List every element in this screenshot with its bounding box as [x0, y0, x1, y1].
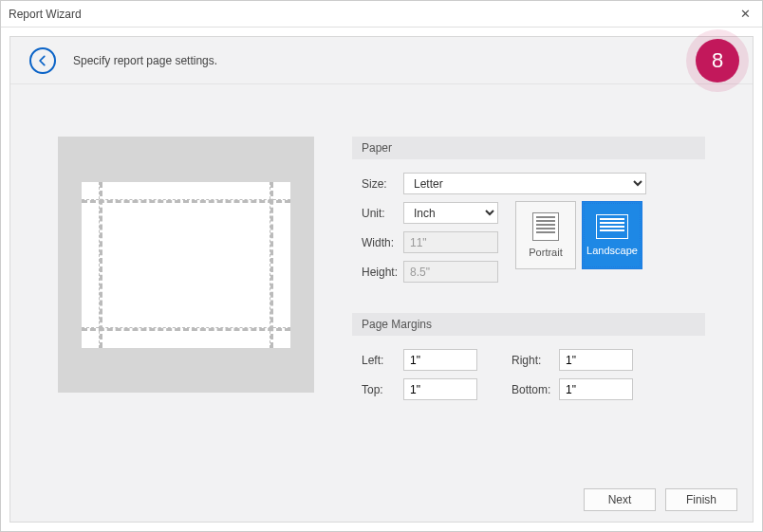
wizard-content: Specify report page settings. 8 Paper Si…	[9, 36, 754, 523]
height-input[interactable]	[403, 261, 498, 283]
close-button[interactable]: ✕	[735, 5, 754, 24]
step-badge: 8	[696, 39, 739, 83]
controls-panel: Paper Size: Letter Unit: Inch	[352, 137, 705, 459]
page-preview	[58, 137, 314, 393]
preview-page	[82, 182, 290, 348]
preview-margin-top	[82, 199, 290, 203]
finish-button[interactable]: Finish	[665, 488, 737, 511]
unit-select[interactable]: Inch	[403, 202, 498, 224]
portrait-label: Portrait	[529, 247, 562, 258]
bottom-label: Bottom:	[512, 383, 559, 396]
bottom-input[interactable]	[559, 378, 633, 400]
portrait-button[interactable]: Portrait	[515, 201, 576, 269]
close-icon: ✕	[740, 7, 751, 21]
right-input[interactable]	[559, 349, 633, 371]
wizard-footer: Next Finish	[10, 478, 753, 522]
row-size: Size: Letter	[352, 173, 705, 194]
left-label: Left:	[362, 354, 403, 367]
wizard-header: Specify report page settings. 8	[10, 37, 753, 84]
orientation-group: Portrait Landscape	[515, 201, 642, 269]
preview-margin-right	[270, 182, 273, 348]
width-label: Width:	[362, 236, 403, 249]
unit-label: Unit:	[362, 207, 403, 220]
left-input[interactable]	[403, 349, 477, 371]
arrow-left-icon	[36, 54, 49, 67]
preview-margin-left	[99, 182, 102, 348]
preview-margin-bottom	[82, 327, 290, 331]
top-input[interactable]	[403, 378, 477, 400]
row-left-right: Left: Right:	[352, 349, 705, 371]
size-label: Size:	[362, 177, 403, 191]
wizard-body: Paper Size: Letter Unit: Inch	[10, 84, 753, 478]
margins-section-header: Page Margins	[352, 313, 705, 336]
window-title: Report Wizard	[9, 8, 735, 21]
report-wizard-window: Report Wizard ✕ Specify report page sett…	[0, 0, 763, 532]
landscape-label: Landscape	[586, 245, 638, 256]
landscape-button[interactable]: Landscape	[582, 201, 642, 269]
width-input[interactable]	[403, 231, 498, 253]
paper-controls: Size: Letter Unit: Inch Width:	[352, 173, 705, 283]
top-label: Top:	[362, 383, 403, 396]
size-select[interactable]: Letter	[403, 173, 646, 194]
row-top-bottom: Top: Bottom:	[352, 378, 705, 400]
next-button[interactable]: Next	[584, 488, 656, 511]
right-label: Right:	[512, 354, 559, 367]
titlebar: Report Wizard ✕	[1, 1, 762, 28]
back-button[interactable]	[29, 47, 56, 74]
height-label: Height:	[362, 266, 403, 279]
paper-section-header: Paper	[352, 137, 705, 159]
header-subtitle: Specify report page settings.	[73, 54, 217, 67]
landscape-icon	[596, 214, 628, 239]
portrait-icon	[532, 212, 559, 241]
